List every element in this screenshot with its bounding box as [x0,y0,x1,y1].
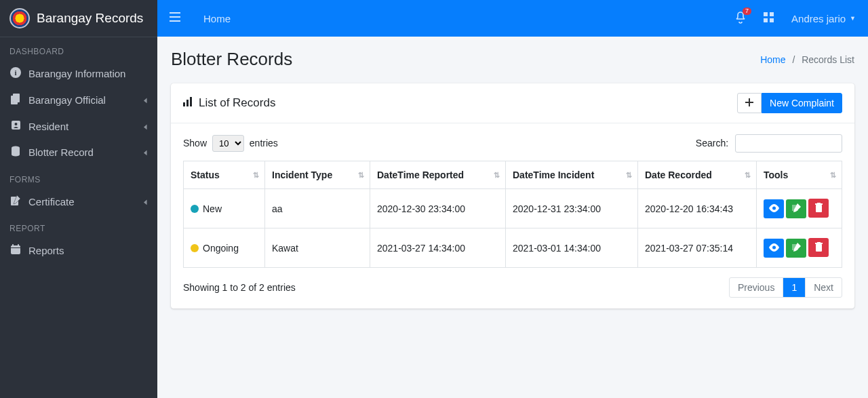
page-next[interactable]: Next [805,278,842,297]
view-button[interactable] [764,199,784,218]
delete-button[interactable] [808,238,829,257]
svg-point-29 [772,245,776,249]
cell-incident-type: aa [265,189,370,228]
brand[interactable]: Barangay Records [0,0,157,37]
notifications-button[interactable]: 7 [735,12,746,26]
pencil-icon [792,243,801,254]
chevron-left-icon: ◀ [144,148,147,156]
table-length-control: Show 10 entries [183,135,278,152]
bell-icon [735,15,746,26]
edit-button[interactable] [786,239,806,258]
notification-badge: 7 [743,7,751,15]
delete-button[interactable] [808,199,829,218]
sidebar-item-label: Resident [28,121,68,132]
table-row: Newaa2020-12-30 23:34:002020-12-31 23:34… [184,189,842,228]
sidebar-item-barangay-information[interactable]: i Barangay Information [0,60,157,87]
eye-icon [769,204,779,214]
svg-point-25 [772,206,776,210]
new-complaint-button[interactable]: New Complaint [762,93,842,113]
sort-icon: ⇅ [253,171,259,180]
sort-icon: ⇅ [358,171,364,180]
pencil-icon [792,203,801,214]
table-row: OngoingKawat2021-03-27 14:34:002021-03-0… [184,228,842,268]
cell-date-recorded: 2020-12-20 16:34:43 [638,189,757,228]
topbar-home-link[interactable]: Home [203,13,231,24]
col-dt-reported[interactable]: DateTime Reported⇅ [370,161,506,189]
chevron-left-icon: ◀ [144,123,147,130]
cell-dt-incident: 2020-12-31 23:34:00 [506,189,638,228]
brand-logo-icon [9,8,30,28]
database-icon [9,146,22,159]
page-prev[interactable]: Previous [730,278,783,297]
col-status[interactable]: Status⇅ [184,161,265,189]
sidebar-item-reports[interactable]: Reports [0,237,157,263]
col-incident-type[interactable]: Incident Type⇅ [265,161,370,189]
sidebar-item-certificate[interactable]: Certificate ◀ [0,188,157,214]
card-title-text: List of Records [199,96,275,110]
svg-rect-13 [170,12,180,14]
cell-dt-incident: 2021-03-01 14:34:00 [506,228,638,268]
sort-icon: ⇅ [494,171,500,180]
svg-rect-30 [816,244,822,252]
sidebar-item-blotter-record[interactable]: Blotter Record ◀ [0,139,157,165]
table-search-control: Search: [696,134,842,153]
page-size-select[interactable]: 10 [212,135,244,152]
new-complaint-plus-button[interactable] [737,93,762,113]
sidebar-item-label: Barangay Information [28,68,125,79]
page-1[interactable]: 1 [783,278,805,297]
svg-rect-21 [186,100,189,106]
breadcrumb-home-link[interactable]: Home [760,54,785,65]
svg-rect-16 [764,12,768,16]
nav-section-dashboard: DASHBOARD [0,37,157,60]
svg-rect-10 [12,244,14,247]
svg-rect-32 [817,242,821,243]
cell-date-recorded: 2021-03-27 07:35:14 [638,228,757,268]
sidebar: Barangay Records DASHBOARD i Barangay In… [0,0,157,398]
nav-section-forms: FORMS [0,165,157,188]
status-text: New [203,203,222,214]
sidebar-item-resident[interactable]: Resident ◀ [0,113,157,139]
page-title: Blotter Records [171,49,292,70]
user-name: Andres jario [791,13,846,24]
svg-point-6 [14,123,17,125]
svg-rect-24 [745,102,753,103]
edit-button[interactable] [786,199,806,218]
svg-rect-9 [11,245,20,254]
records-card: List of Records New Complaint Show [171,83,854,309]
show-prefix: Show [183,138,207,148]
brand-text: Barangay Records [37,11,143,26]
svg-text:i: i [14,68,16,77]
calendar-icon [9,244,22,256]
svg-rect-22 [190,97,192,106]
col-dt-incident[interactable]: DateTime Incident⇅ [506,161,638,189]
col-date-recorded[interactable]: Date Recorded⇅ [638,161,757,189]
id-card-icon [9,120,22,132]
caret-down-icon: ▼ [850,15,856,22]
card-title: List of Records [183,96,275,110]
col-tools[interactable]: Tools⇅ [757,161,842,189]
trash-icon [815,203,823,214]
sidebar-item-barangay-official[interactable]: Barangay Official ◀ [0,87,157,113]
search-input[interactable] [735,134,842,153]
eye-icon [769,243,779,254]
apps-grid-icon[interactable] [764,12,774,24]
table-info: Showing 1 to 2 of 2 entries [183,282,296,293]
chevron-left-icon: ◀ [144,96,147,104]
menu-toggle-icon[interactable] [170,12,180,24]
svg-rect-12 [11,247,20,248]
trash-icon [815,242,823,254]
search-label: Search: [696,138,728,148]
sidebar-item-label: Reports [28,245,64,256]
show-suffix: entries [250,138,278,148]
svg-rect-20 [183,102,185,106]
edit-icon [9,195,22,207]
chevron-left-icon: ◀ [144,198,147,205]
info-icon: i [9,67,22,80]
user-menu[interactable]: Andres jario ▼ [791,13,856,24]
sidebar-item-label: Barangay Official [28,94,106,106]
status-text: Ongoing [203,243,239,254]
sidebar-item-label: Certificate [28,196,75,207]
status-dot-icon [191,205,199,213]
view-button[interactable] [764,239,784,258]
cell-dt-reported: 2020-12-30 23:34:00 [370,189,506,228]
